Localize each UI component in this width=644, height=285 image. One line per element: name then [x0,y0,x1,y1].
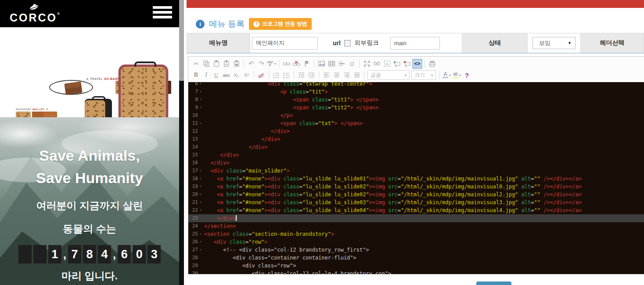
print-icon[interactable] [427,59,437,69]
fold-arrow-icon[interactable]: ▾ [198,206,203,214]
hamburger-menu-icon[interactable] [153,6,172,21]
align-right-icon[interactable] [342,70,352,80]
align-left-icon[interactable] [321,70,331,80]
preview-scrollbar[interactable] [179,0,184,285]
fold-arrow-icon[interactable]: ▾ [198,175,203,183]
code-line-13[interactable]: 13 </div> [188,135,644,143]
spellcheck-icon[interactable]: ABC✓▾ [266,59,277,69]
code-line-27[interactable]: 27▾ <!-- <div class="col-12 brandstory_r… [188,246,644,254]
status-select[interactable]: 보임 ▼ [532,37,576,49]
svg-text:3: 3 [273,76,274,79]
code-line-17[interactable]: 17▾ <div class="main_slider"> [188,167,644,175]
program-link-help-button[interactable]: ? 프로그램 연동 방법 [249,18,312,30]
code-line-21[interactable]: 21▾ <a href="#none"><div class="lu_slide… [188,198,644,206]
preview-scrollbar-thumb[interactable] [179,0,184,81]
special-char-icon[interactable]: Ω [347,59,357,69]
image-icon[interactable] [317,59,327,69]
strikethrough-icon[interactable]: abc [221,70,231,80]
fold-arrow-icon[interactable]: ▾ [198,82,203,88]
maximize-icon[interactable] [362,59,372,69]
code-line-14[interactable]: 14 </div> [188,143,644,151]
hero-subtitle-1: 여러분이 지금까지 살린 [0,199,179,213]
code-line-8[interactable]: 8▾ <span class="tit1"> </span> [188,96,644,104]
code-line-24[interactable]: 24</section> [188,222,644,230]
code-line-10[interactable]: 10 </p> [188,112,644,119]
size-dropdown[interactable]: 크기▾ [411,70,436,80]
source-button[interactable]: <> [412,59,422,69]
numbered-list-icon[interactable]: 123 [271,70,281,80]
code-line-15[interactable]: 15 </div> [188,151,644,159]
menu-name-input[interactable] [252,37,318,50]
code-line-6[interactable]: 6▾ <div class="txtwrap text-center"> [188,82,644,88]
subscript-icon[interactable]: X₂ [231,70,241,80]
unlink-icon[interactable] [291,59,302,69]
fold-arrow-icon[interactable]: ▾ [198,96,203,104]
fold-arrow-icon[interactable]: ▾ [198,238,203,246]
fold-arrow-icon[interactable]: ▾ [198,119,203,127]
select-all-icon[interactable]: A [382,59,392,69]
horizontal-line-icon[interactable] [337,59,347,69]
paste-word-icon[interactable]: W [231,59,241,69]
code-line-22[interactable]: 22▾ <a href="#none"><div class="lu_slide… [188,206,644,214]
code-line-20[interactable]: 20▾ <a href="#none"><div class="lu_slide… [188,191,644,198]
code-line-23[interactable]: 23 </div> [188,214,644,222]
fold-arrow-icon[interactable]: ▾ [198,88,203,96]
align-center-icon[interactable] [331,70,342,80]
fold-arrow-icon[interactable]: ▾ [198,104,203,112]
code-line-9[interactable]: 9▾ <span class="tit2"> </span> [188,104,644,112]
fold-spacer [198,135,203,143]
code-line-7[interactable]: 7▾ <p class="tit"> [188,88,644,96]
fold-arrow-icon[interactable]: ▾ [198,198,203,206]
code-line-30[interactable]: 30 <div class="col-12 col-lg-4 brandstor… [188,270,644,274]
table-icon[interactable] [327,59,337,69]
copy-icon[interactable] [201,59,211,69]
code-line-16[interactable]: 16 </div> [188,159,644,167]
code-line-25[interactable]: 25▾<section class="section-main-brandsto… [188,230,644,238]
superscript-icon[interactable]: X² [241,70,252,80]
find-icon[interactable] [372,59,382,69]
code-line-12[interactable]: 12 </div> [188,127,644,135]
undo-icon[interactable]: ↶ [246,59,256,69]
text-color-icon[interactable]: A▾ [442,70,452,80]
code-line-29[interactable]: 29 <div class="row"> [188,262,644,270]
fold-arrow-icon[interactable]: ▾ [198,230,203,238]
fold-spacer [198,254,203,262]
fold-spacer [198,262,203,270]
code-line-26[interactable]: 26▾ <div class="row"> [188,238,644,246]
font-dropdown[interactable]: 글꼴▾ [367,70,410,80]
remove-format-icon[interactable]: A [256,70,266,80]
redo-icon[interactable]: ↷ [256,59,266,69]
add-comment-icon[interactable] [392,59,402,69]
save-button[interactable]: 저장하기 [476,281,511,285]
external-link-checkbox[interactable] [344,40,351,47]
remove-comment-icon[interactable] [402,59,412,69]
paste-icon[interactable] [211,59,221,69]
indent-icon[interactable] [306,70,317,80]
hero-caption: 마리 입니다. [0,269,179,283]
highlight-color-icon[interactable]: ab▾ [452,70,462,80]
underline-icon[interactable]: U [211,70,221,80]
anchor-flag-icon[interactable] [302,59,312,69]
hero-title-line1: Save Animals, [0,144,179,167]
code-line-11[interactable]: 11▾ <span class="txt"> </span> [188,119,644,127]
cut-icon[interactable]: ✂ [191,59,201,69]
paste-text-icon[interactable]: A [221,59,231,69]
fold-arrow-icon[interactable]: ▾ [198,246,203,254]
fold-arrow-icon[interactable]: ▾ [198,183,203,191]
outdent-icon[interactable] [296,70,306,80]
bold-icon[interactable]: B [191,70,201,80]
menu-name-url-cell: url 외부링크 [250,33,462,53]
url-input[interactable] [390,37,440,50]
bulleted-list-icon[interactable] [281,70,291,80]
code-line-19[interactable]: 19▾ <a href="#none"><div class="lu_slide… [188,183,644,191]
align-justify-icon[interactable] [352,70,362,80]
source-code-area[interactable]: 6▾ <div class="txtwrap text-center">7▾ <… [188,82,644,274]
code-line-28[interactable]: 28 <div class="container container-fluid… [188,254,644,262]
fold-arrow-icon[interactable]: ▾ [198,167,203,175]
help-icon[interactable]: ? [462,70,472,80]
italic-icon[interactable]: I [201,70,211,80]
link-icon[interactable] [281,59,291,69]
site-logo[interactable]: CORCO® [10,3,58,23]
fold-arrow-icon[interactable]: ▾ [198,191,203,198]
code-line-18[interactable]: 18▾ <a href="#none"><div class="lu_slide… [188,175,644,183]
